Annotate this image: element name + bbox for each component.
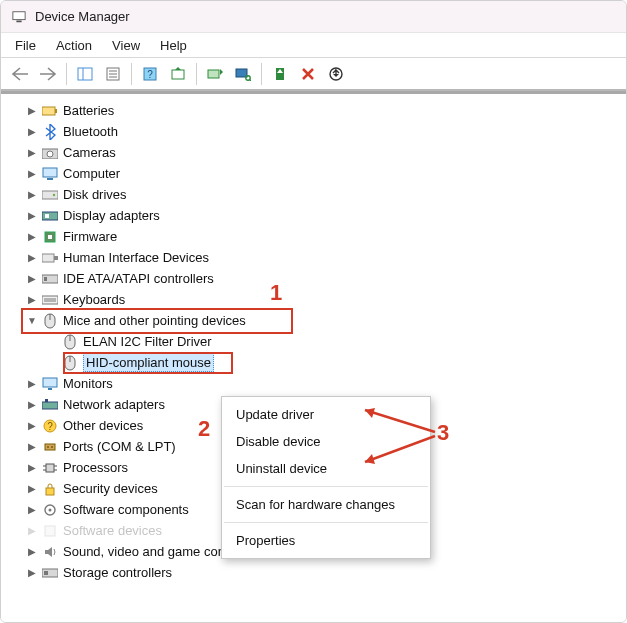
- tree-node-storage[interactable]: ▶ Storage controllers: [1, 562, 626, 583]
- chevron-right-icon[interactable]: ▶: [25, 252, 39, 263]
- chevron-right-icon[interactable]: ▶: [25, 567, 39, 578]
- scan-hardware-button[interactable]: [230, 61, 256, 87]
- forward-button[interactable]: [35, 61, 61, 87]
- menubar: File Action View Help: [1, 33, 626, 57]
- chevron-right-icon[interactable]: ▶: [25, 210, 39, 221]
- menu-help[interactable]: Help: [152, 36, 195, 55]
- tree-node-cameras[interactable]: ▶ Cameras: [1, 142, 626, 163]
- storage-icon: [41, 564, 59, 582]
- disable-device-button[interactable]: [295, 61, 321, 87]
- svg-rect-43: [48, 388, 52, 390]
- svg-rect-28: [48, 235, 52, 239]
- context-separator: [224, 522, 428, 523]
- chevron-right-icon[interactable]: ▶: [25, 378, 39, 389]
- monitor-icon: [41, 375, 59, 393]
- chevron-right-icon[interactable]: ▶: [25, 462, 39, 473]
- context-update-driver[interactable]: Update driver: [222, 401, 430, 428]
- node-label: Keyboards: [63, 292, 125, 307]
- chevron-right-icon[interactable]: ▶: [25, 105, 39, 116]
- tree-node-bluetooth[interactable]: ▶ Bluetooth: [1, 121, 626, 142]
- svg-rect-32: [44, 277, 47, 281]
- svg-rect-26: [45, 214, 49, 218]
- camera-icon: [41, 144, 59, 162]
- node-label: Monitors: [63, 376, 113, 391]
- chevron-right-icon[interactable]: ▶: [25, 483, 39, 494]
- uninstall-device-button[interactable]: [323, 61, 349, 87]
- tree-node-hid-mouse[interactable]: · HID-compliant mouse: [1, 352, 626, 373]
- firmware-icon: [41, 228, 59, 246]
- disk-icon: [41, 186, 59, 204]
- svg-point-58: [49, 508, 52, 511]
- chevron-right-icon[interactable]: ▶: [25, 273, 39, 284]
- software-component-icon: [41, 501, 59, 519]
- chevron-right-icon[interactable]: ▶: [25, 399, 39, 410]
- chevron-right-icon[interactable]: ▶: [25, 294, 39, 305]
- svg-rect-33: [42, 296, 58, 304]
- chevron-right-icon[interactable]: ▶: [25, 504, 39, 515]
- toolbar-separator: [261, 63, 262, 85]
- battery-icon: [41, 102, 59, 120]
- tree-node-ide[interactable]: ▶ IDE ATA/ATAPI controllers: [1, 268, 626, 289]
- context-menu: Update driver Disable device Uninstall d…: [221, 396, 431, 559]
- tree-node-batteries[interactable]: ▶ Batteries: [1, 100, 626, 121]
- svg-rect-51: [46, 464, 54, 472]
- chevron-right-icon[interactable]: ▶: [25, 147, 39, 158]
- tree-node-firmware[interactable]: ▶ Firmware: [1, 226, 626, 247]
- chevron-right-icon[interactable]: ▶: [25, 126, 39, 137]
- node-label: Firmware: [63, 229, 117, 244]
- hid-icon: [41, 249, 59, 267]
- svg-point-49: [47, 446, 49, 448]
- tree-node-monitors[interactable]: ▶ Monitors: [1, 373, 626, 394]
- svg-rect-61: [44, 571, 48, 575]
- node-label: ELAN I2C Filter Driver: [83, 334, 212, 349]
- node-label: Network adapters: [63, 397, 165, 412]
- toolbar-separator: [196, 63, 197, 85]
- chevron-down-icon[interactable]: ▼: [25, 315, 39, 326]
- tree-node-mice[interactable]: ▼ Mice and other pointing devices: [1, 310, 626, 331]
- back-button[interactable]: [7, 61, 33, 87]
- svg-rect-18: [55, 109, 57, 113]
- toolbar: ?: [1, 57, 626, 91]
- node-label: IDE ATA/ATAPI controllers: [63, 271, 214, 286]
- tree-node-display-adapters[interactable]: ▶ Display adapters: [1, 205, 626, 226]
- menu-action[interactable]: Action: [48, 36, 100, 55]
- context-properties[interactable]: Properties: [222, 527, 430, 554]
- chevron-right-icon[interactable]: ▶: [25, 420, 39, 431]
- enable-device-button[interactable]: [267, 61, 293, 87]
- chevron-right-icon[interactable]: ▶: [25, 189, 39, 200]
- svg-rect-22: [47, 178, 53, 180]
- properties-button[interactable]: [100, 61, 126, 87]
- node-label: Processors: [63, 460, 128, 475]
- processor-icon: [41, 459, 59, 477]
- chevron-right-icon[interactable]: ▶: [25, 231, 39, 242]
- svg-rect-21: [43, 168, 57, 177]
- node-label: Ports (COM & LPT): [63, 439, 176, 454]
- svg-text:?: ?: [147, 69, 153, 80]
- tree-node-keyboards[interactable]: ▶ Keyboards: [1, 289, 626, 310]
- toolbar-separator: [66, 63, 67, 85]
- node-label: Software components: [63, 502, 189, 517]
- action-button[interactable]: [165, 61, 191, 87]
- svg-rect-12: [236, 69, 247, 77]
- svg-rect-44: [42, 402, 58, 409]
- tree-node-hid[interactable]: ▶ Human Interface Devices: [1, 247, 626, 268]
- tree-node-elan[interactable]: · ELAN I2C Filter Driver: [1, 331, 626, 352]
- node-label: Bluetooth: [63, 124, 118, 139]
- show-hide-tree-button[interactable]: [72, 61, 98, 87]
- context-uninstall-device[interactable]: Uninstall device: [222, 455, 430, 482]
- chevron-right-icon[interactable]: ▶: [25, 168, 39, 179]
- chevron-right-icon[interactable]: ▶: [25, 441, 39, 452]
- menu-file[interactable]: File: [7, 36, 44, 55]
- update-driver-button[interactable]: [202, 61, 228, 87]
- node-label: Other devices: [63, 418, 143, 433]
- context-scan-hardware[interactable]: Scan for hardware changes: [222, 491, 430, 518]
- menu-view[interactable]: View: [104, 36, 148, 55]
- svg-rect-25: [42, 212, 58, 220]
- tree-node-disk-drives[interactable]: ▶ Disk drives: [1, 184, 626, 205]
- chevron-right-icon[interactable]: ▶: [25, 525, 39, 536]
- tree-node-computer[interactable]: ▶ Computer: [1, 163, 626, 184]
- chevron-right-icon[interactable]: ▶: [25, 546, 39, 557]
- help-button[interactable]: ?: [137, 61, 163, 87]
- context-disable-device[interactable]: Disable device: [222, 428, 430, 455]
- node-label: Disk drives: [63, 187, 127, 202]
